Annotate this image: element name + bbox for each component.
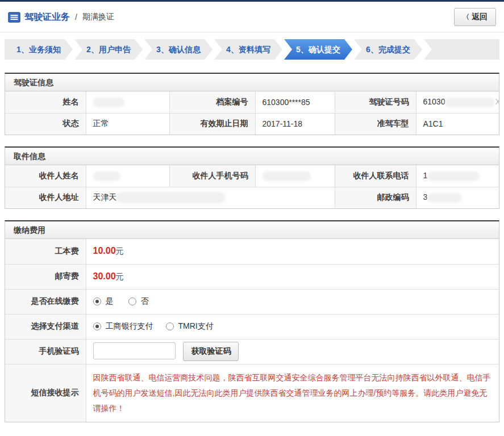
radio-unchecked-icon[interactable] <box>128 297 136 305</box>
get-code-button[interactable]: 获取验证码 <box>183 342 239 361</box>
redaction-blur <box>427 193 461 203</box>
postage-amount: 30.00 <box>93 271 116 281</box>
pickup-info-table: 收件人姓名 收件人手机号码 收件人联系电话 1 收件人地址 天津天 邮政编码 3 <box>5 165 499 208</box>
license-info-title: 驾驶证信息 <box>5 74 499 91</box>
table-row: 工本费 10.00元 <box>5 239 499 264</box>
online-pay-label: 是否在线缴费 <box>5 289 86 314</box>
radio-option-yes[interactable]: 是 <box>93 296 114 307</box>
postcode-prefix: 3 <box>423 192 428 202</box>
license-info-section: 驾驶证信息 姓名 档案编号 610300****85 驾驶证号码 61030X … <box>5 73 499 135</box>
online-pay-options: 是 否 <box>86 289 499 314</box>
table-row: 收件人姓名 收件人手机号码 收件人联系电话 1 <box>5 165 499 187</box>
step-4-fill-data[interactable]: 4、资料填写 <box>214 39 282 60</box>
table-row: 短信接收提示 因陕西省联通、电信运营商技术问题，陕西省互联网交通安全综合服务管理… <box>5 364 499 422</box>
address-label: 收件人地址 <box>5 187 86 208</box>
postcode-value: 3 <box>416 187 499 208</box>
redaction-blur <box>263 171 311 181</box>
step-3-confirm-info[interactable]: 3、确认信息 <box>144 39 213 60</box>
back-chevron-icon: 〈 <box>463 12 469 22</box>
step-6-complete-submit[interactable]: 6、完成提交 <box>354 39 422 60</box>
address-value: 天津天 <box>86 187 335 208</box>
sms-tip-label: 短信接收提示 <box>5 364 86 422</box>
breadcrumb-current: 期满换证 <box>82 12 114 22</box>
step-1-business-notes[interactable]: 1、业务须知 <box>5 39 73 60</box>
breadcrumb-separator: / <box>75 12 77 22</box>
table-row: 状态 正常 有效期止日期 2017-11-18 准驾车型 A1C1 <box>5 113 499 135</box>
back-button[interactable]: 〈 返回 <box>454 8 496 26</box>
postage-unit: 元 <box>116 272 124 281</box>
recipient-tel-value: 1 <box>416 165 499 187</box>
table-row: 手机验证码 获取验证码 <box>5 339 499 364</box>
archive-no-label: 档案编号 <box>169 91 255 113</box>
name-label: 姓名 <box>5 91 86 113</box>
redaction-blur <box>93 171 120 181</box>
expiry-label: 有效期止日期 <box>169 113 255 135</box>
fee-value: 10.00元 <box>86 239 499 264</box>
radio-checked-icon[interactable] <box>93 322 101 330</box>
archive-no-value: 610300****85 <box>255 91 335 113</box>
name-value <box>86 91 169 113</box>
payment-table: 工本费 10.00元 邮寄费 30.00元 是否在线缴费 是 <box>5 239 499 422</box>
license-no-value: 61030X <box>416 91 499 113</box>
status-value: 正常 <box>86 113 169 135</box>
recipient-mobile-label: 收件人手机号码 <box>169 165 255 187</box>
breadcrumb: 驾驶证业务 / 期满换证 <box>8 11 114 23</box>
table-row: 收件人地址 天津天 邮政编码 3 <box>5 187 499 208</box>
radio-option-yes-label[interactable]: 是 <box>106 296 114 307</box>
sms-tip-text: 因陕西省联通、电信运营商技术问题，陕西省互联网交通安全综合服务管理平台无法向持陕… <box>93 370 491 417</box>
recipient-tel-prefix: 1 <box>423 171 428 180</box>
radio-option-icbc[interactable]: 工商银行支付 <box>93 321 153 332</box>
redaction-blur <box>93 98 124 107</box>
redaction-blur <box>427 171 480 181</box>
status-label: 状态 <box>5 113 86 135</box>
sms-code-input[interactable] <box>93 342 176 359</box>
payment-title: 缴纳费用 <box>5 221 499 239</box>
license-no-tail: X <box>495 97 499 106</box>
table-row: 姓名 档案编号 610300****85 驾驶证号码 61030X <box>5 91 499 113</box>
page-title: 驾驶证业务 <box>24 11 70 23</box>
fee-amount: 10.00 <box>93 246 116 255</box>
redaction-blur <box>117 192 225 203</box>
expiry-value: 2017-11-18 <box>255 113 335 135</box>
vehicle-type-value: A1C1 <box>416 113 499 135</box>
sms-tip-cell: 因陕西省联通、电信运营商技术问题，陕西省互联网交通安全综合服务管理平台无法向持陕… <box>86 364 499 422</box>
radio-unchecked-icon[interactable] <box>166 322 174 330</box>
recipient-tel-label: 收件人联系电话 <box>335 165 416 187</box>
table-row: 选择支付渠道 工商银行支付 TMRI支付 <box>5 314 499 339</box>
pickup-info-title: 取件信息 <box>5 148 499 165</box>
radio-option-icbc-label[interactable]: 工商银行支付 <box>106 321 153 332</box>
step-bar-filler <box>424 39 499 60</box>
radio-option-no-label[interactable]: 否 <box>141 296 149 307</box>
postage-value: 30.00元 <box>86 264 499 289</box>
radio-option-no[interactable]: 否 <box>128 296 149 307</box>
license-no-prefix: 61030 <box>423 97 445 106</box>
vehicle-type-label: 准驾车型 <box>335 113 416 135</box>
redaction-blur <box>445 98 495 107</box>
page-header: 驾驶证业务 / 期满换证 〈 返回 <box>0 2 504 32</box>
radio-option-tmri[interactable]: TMRI支付 <box>166 321 214 332</box>
table-row: 邮寄费 30.00元 <box>5 264 499 289</box>
license-business-icon <box>8 12 20 23</box>
recipient-name-value <box>86 165 169 187</box>
payment-section: 缴纳费用 工本费 10.00元 邮寄费 30.00元 是否在线缴费 <box>5 220 499 422</box>
address-prefix: 天津天 <box>93 192 117 202</box>
table-row: 是否在线缴费 是 否 <box>5 289 499 314</box>
sms-code-field: 获取验证码 <box>86 339 499 364</box>
pickup-info-section: 取件信息 收件人姓名 收件人手机号码 收件人联系电话 1 收件人地址 天津天 邮… <box>5 146 499 209</box>
pay-channel-label: 选择支付渠道 <box>5 314 86 339</box>
recipient-name-label: 收件人姓名 <box>5 165 86 187</box>
license-info-table: 姓名 档案编号 610300****85 驾驶证号码 61030X 状态 正常 … <box>5 91 499 135</box>
step-2-user-declaration[interactable]: 2、用户申告 <box>74 39 143 60</box>
radio-checked-icon[interactable] <box>93 297 101 305</box>
sms-code-label: 手机验证码 <box>5 339 86 364</box>
license-no-label: 驾驶证号码 <box>335 91 416 113</box>
back-button-label: 返回 <box>472 12 488 22</box>
radio-option-tmri-label[interactable]: TMRI支付 <box>178 321 214 332</box>
step-5-confirm-submit-active[interactable]: 5、确认提交 <box>284 39 352 60</box>
pay-channel-options: 工商银行支付 TMRI支付 <box>86 314 499 339</box>
fee-unit: 元 <box>116 246 124 255</box>
page: 驾驶证业务 / 期满换证 〈 返回 1、业务须知 2、用户申告 3、确认信息 4… <box>0 0 504 436</box>
fee-label: 工本费 <box>5 239 86 264</box>
postage-label: 邮寄费 <box>5 264 86 289</box>
postcode-label: 邮政编码 <box>335 187 416 208</box>
